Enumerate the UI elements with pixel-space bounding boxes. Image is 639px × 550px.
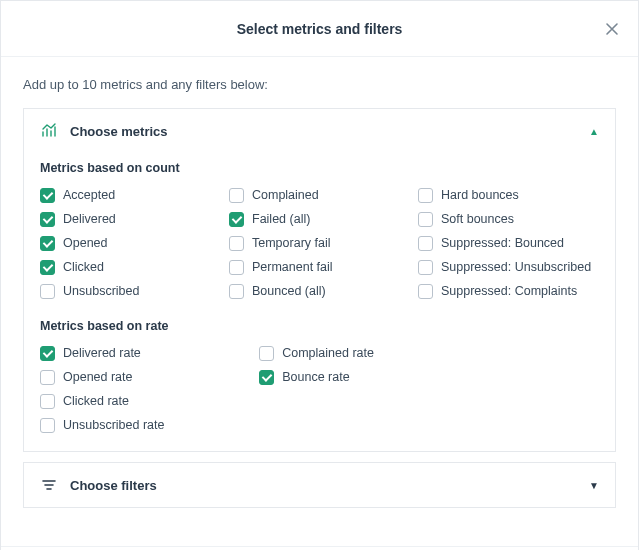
checkbox-box [418,284,433,299]
checkbox-label: Suppressed: Unsubscribed [441,260,591,274]
metric-checkbox[interactable]: Bounced (all) [229,279,410,303]
metric-checkbox[interactable]: Accepted [40,183,221,207]
checkbox-box [229,284,244,299]
group-count-label: Metrics based on count [40,161,599,175]
checkbox-label: Permanent fail [252,260,333,274]
dialog: Select metrics and filters Add up to 10 … [0,0,639,550]
metric-checkbox[interactable]: Clicked rate [40,389,251,413]
checkbox-box [40,260,55,275]
metrics-count-grid: AcceptedDeliveredOpenedClickedUnsubscrib… [40,183,599,303]
checkbox-box [229,212,244,227]
filters-panel-title: Choose filters [70,478,589,493]
metrics-panel: Choose metrics ▲ Metrics based on count … [23,108,616,452]
checkbox-label: Hard bounces [441,188,519,202]
checkbox-box [40,346,55,361]
metric-checkbox[interactable]: Failed (all) [229,207,410,231]
dialog-footer: Cancel Save [1,546,638,550]
metrics-panel-header[interactable]: Choose metrics ▲ [24,109,615,153]
checkbox-box [40,212,55,227]
checkbox-box [229,260,244,275]
checkbox-box [40,236,55,251]
checkbox-label: Suppressed: Complaints [441,284,577,298]
intro-text: Add up to 10 metrics and any filters bel… [23,77,616,92]
checkbox-box [418,260,433,275]
checkbox-label: Complained rate [282,346,374,360]
metric-checkbox[interactable]: Opened rate [40,365,251,389]
checkbox-box [40,394,55,409]
checkbox-label: Temporary fail [252,236,331,250]
metrics-icon [40,123,58,139]
checkbox-box [40,188,55,203]
checkbox-label: Delivered rate [63,346,141,360]
caret-down-icon: ▼ [589,480,599,491]
checkbox-box [229,236,244,251]
filters-panel-header[interactable]: Choose filters ▼ [24,463,615,507]
metrics-panel-content: Metrics based on count AcceptedDelivered… [24,161,615,451]
dialog-title: Select metrics and filters [237,21,403,37]
checkbox-box [259,346,274,361]
checkbox-label: Unsubscribed rate [63,418,164,432]
metric-checkbox[interactable]: Soft bounces [418,207,599,231]
metric-checkbox[interactable]: Complained [229,183,410,207]
checkbox-box [229,188,244,203]
checkbox-label: Accepted [63,188,115,202]
metrics-panel-title: Choose metrics [70,124,589,139]
checkbox-label: Failed (all) [252,212,310,226]
checkbox-box [418,212,433,227]
metric-checkbox[interactable]: Temporary fail [229,231,410,255]
metric-checkbox[interactable]: Hard bounces [418,183,599,207]
checkbox-label: Opened rate [63,370,133,384]
metric-checkbox[interactable]: Delivered rate [40,341,251,365]
metric-checkbox[interactable]: Unsubscribed [40,279,221,303]
checkbox-label: Soft bounces [441,212,514,226]
checkbox-label: Bounced (all) [252,284,326,298]
metric-checkbox[interactable]: Suppressed: Bounced [418,231,599,255]
dialog-header: Select metrics and filters [1,1,638,57]
checkbox-label: Opened [63,236,107,250]
metric-checkbox[interactable]: Opened [40,231,221,255]
checkbox-label: Suppressed: Bounced [441,236,564,250]
checkbox-label: Unsubscribed [63,284,139,298]
metric-checkbox[interactable]: Unsubscribed rate [40,413,251,437]
caret-up-icon: ▲ [589,126,599,137]
checkbox-label: Delivered [63,212,116,226]
checkbox-box [40,370,55,385]
dialog-body: Add up to 10 metrics and any filters bel… [1,57,638,528]
filters-panel: Choose filters ▼ [23,462,616,508]
close-icon [604,21,620,37]
metric-checkbox[interactable]: Suppressed: Complaints [418,279,599,303]
metric-checkbox[interactable]: Permanent fail [229,255,410,279]
checkbox-box [40,284,55,299]
checkbox-label: Clicked rate [63,394,129,408]
metric-checkbox[interactable]: Clicked [40,255,221,279]
filter-icon [40,477,58,493]
metric-checkbox[interactable]: Bounce rate [259,365,470,389]
checkbox-label: Bounce rate [282,370,349,384]
metric-checkbox[interactable]: Delivered [40,207,221,231]
checkbox-label: Clicked [63,260,104,274]
metric-checkbox[interactable]: Suppressed: Unsubscribed [418,255,599,279]
checkbox-box [418,236,433,251]
metrics-rate-grid: Delivered rateOpened rateClicked rateUns… [40,341,470,437]
checkbox-label: Complained [252,188,319,202]
checkbox-box [259,370,274,385]
group-rate-label: Metrics based on rate [40,319,599,333]
metric-checkbox[interactable]: Complained rate [259,341,470,365]
checkbox-box [418,188,433,203]
close-button[interactable] [598,15,626,43]
checkbox-box [40,418,55,433]
